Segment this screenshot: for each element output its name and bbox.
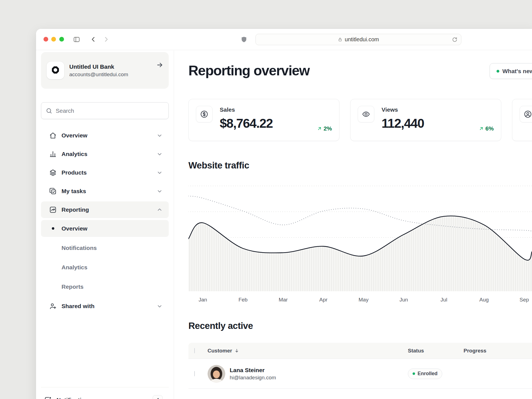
sidebar-item-analytics[interactable]: Analytics [41, 146, 169, 162]
stat-value: $8,764.22 [220, 116, 273, 131]
home-icon [49, 132, 57, 139]
active-dot [52, 227, 54, 230]
account-name: Untitled UI Bank [69, 63, 128, 70]
whats-new-button[interactable]: What's new [490, 63, 532, 79]
sidebar-toggle-icon[interactable] [73, 36, 80, 43]
arrow-right-icon[interactable] [156, 62, 163, 70]
sidebar-item-reporting[interactable]: Reporting [41, 201, 169, 218]
x-axis-label: Mar [279, 297, 288, 303]
recently-active-table: Customer Status Progress [188, 343, 532, 389]
column-header-customer[interactable]: Customer [208, 348, 408, 354]
arrow-up-right-icon [317, 126, 322, 131]
trend-up-square-icon [49, 206, 57, 213]
zoom-window-button[interactable] [59, 37, 64, 42]
status-badge: Enrolled [408, 369, 442, 379]
search-box [41, 102, 169, 119]
sidebar-item-overview[interactable]: Overview [41, 127, 169, 144]
sidebar-subitem-label: Overview [62, 225, 87, 232]
close-window-button[interactable] [44, 37, 48, 42]
traffic-area [188, 216, 532, 291]
notification-box-icon [44, 397, 52, 399]
sidebar-subitem-label: Reports [62, 283, 83, 290]
browser-window: untitledui.com Untitled UI Bank accounts… [36, 29, 532, 399]
stat-label: Views [382, 106, 424, 113]
sidebar-subitem-reports[interactable]: Reports [41, 278, 169, 295]
user-plus-icon [49, 303, 57, 310]
recent-section-title: Recently active [188, 321, 253, 331]
refresh-icon[interactable] [452, 37, 458, 44]
account-card[interactable]: Untitled UI Bank accounts@untitledui.com [41, 52, 169, 89]
privacy-shield-icon[interactable] [241, 36, 247, 44]
stat-trend: 2% [317, 125, 332, 132]
customer-name: Lana Steiner [230, 367, 276, 374]
chevron-up-icon [157, 207, 163, 213]
table-header-row: Customer Status Progress [188, 343, 532, 359]
x-axis-label: May [359, 297, 369, 303]
sidebar-subitem-overview[interactable]: Overview [41, 220, 169, 237]
user-circle-icon [520, 106, 532, 122]
page-title: Reporting overview [188, 63, 310, 79]
sidebar-item-label: Analytics [62, 151, 152, 157]
bar-chart-icon [49, 150, 57, 158]
status-dot-icon [413, 372, 415, 375]
row-checkbox[interactable] [194, 371, 195, 376]
column-header-status: Status [408, 348, 464, 354]
website-traffic-chart: Jan Feb Mar Apr May Jun Jul Aug Sep [188, 184, 532, 306]
sidebar-item-label: My tasks [62, 188, 152, 195]
x-axis-label: Apr [319, 297, 328, 303]
x-axis-label: Jul [441, 297, 447, 303]
sidebar-item-notifications[interactable]: Notifications 4 [41, 392, 169, 399]
forward-icon[interactable] [103, 36, 110, 43]
stat-card-partial [512, 99, 532, 141]
sidebar-item-label: Shared with [62, 303, 152, 310]
url-text: untitledui.com [345, 36, 379, 43]
sidebar-item-label: Notifications [57, 397, 148, 399]
search-icon [46, 108, 52, 114]
sidebar-item-products[interactable]: Products [41, 164, 169, 181]
main-content: Reporting overview What's new Sales $8,7… [174, 50, 532, 399]
stat-label: Sales [220, 106, 273, 113]
arrow-up-right-icon [479, 126, 484, 131]
browser-toolbar: untitledui.com [36, 29, 532, 50]
x-axis-labels: Jan Feb Mar Apr May Jun Jul Aug Sep [188, 297, 532, 305]
chevron-down-icon [157, 170, 163, 176]
sidebar-item-my-tasks[interactable]: My tasks [41, 183, 169, 200]
x-axis-label: Feb [239, 297, 248, 303]
untitled-ui-logo [47, 62, 64, 79]
sidebar-subitem-label: Analytics [62, 264, 87, 271]
table-row[interactable]: Lana Steiner hi@lanadesign.com Enrolled [188, 359, 532, 389]
sidebar-subitem-analytics[interactable]: Analytics [41, 259, 169, 276]
app-sidebar: Untitled UI Bank accounts@untitledui.com… [36, 50, 174, 399]
search-input[interactable] [56, 108, 164, 114]
account-email: accounts@untitledui.com [69, 71, 128, 78]
notification-count-badge: 4 [153, 395, 163, 399]
chevron-down-icon [157, 303, 163, 309]
chevron-down-icon [157, 151, 163, 157]
lock-icon [338, 37, 342, 42]
address-bar[interactable]: untitledui.com [255, 34, 461, 45]
layers-icon [49, 169, 57, 176]
avatar [208, 365, 225, 383]
sidebar-item-label: Overview [62, 132, 152, 139]
back-icon[interactable] [90, 36, 97, 43]
traffic-section-title: Website traffic [188, 160, 249, 171]
sidebar-footer: Notifications 4 [41, 387, 169, 399]
sidebar-subitem-label: Notifications [62, 245, 97, 251]
stat-card-views: Views 112,440 6% [350, 99, 501, 141]
stat-value: 112,440 [382, 116, 424, 131]
currency-dollar-circle-icon [196, 106, 213, 122]
x-axis-label: Sep [520, 297, 529, 303]
whats-new-label: What's new [502, 68, 532, 75]
minimize-window-button[interactable] [51, 37, 56, 42]
sidebar-item-shared-with[interactable]: Shared with [41, 298, 169, 314]
chevron-down-icon [157, 188, 163, 194]
sidebar-item-label: Reporting [62, 206, 152, 213]
arrow-down-icon [234, 348, 239, 353]
sidebar-subitem-notifications[interactable]: Notifications [41, 239, 169, 256]
sidebar-item-label: Products [62, 169, 152, 176]
select-all-checkbox[interactable] [194, 348, 195, 353]
customer-email: hi@lanadesign.com [230, 375, 276, 381]
x-axis-label: Aug [479, 297, 489, 303]
x-axis-label: Jan [199, 297, 207, 303]
stat-trend: 6% [479, 125, 494, 132]
